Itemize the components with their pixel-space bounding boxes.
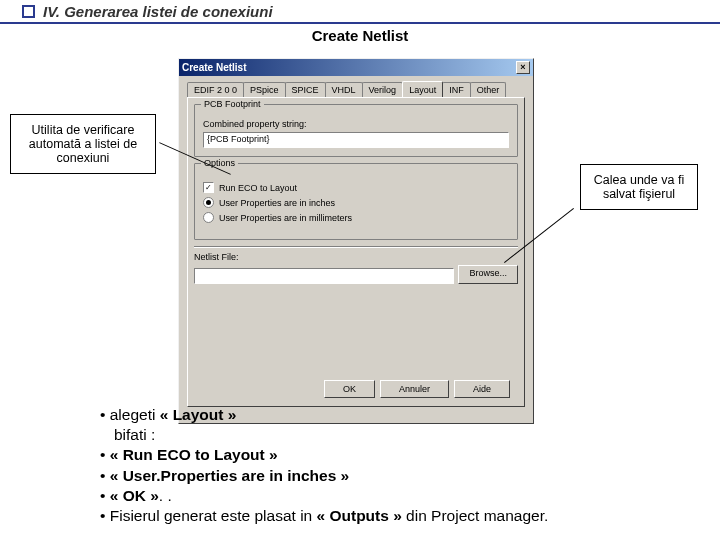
section-header: IV. Generarea listei de conexiuni [0,0,720,24]
tabbar: EDIF 2 0 0 PSpice SPICE VHDL Verilog Lay… [179,76,533,97]
tab-verilog[interactable]: Verilog [362,82,404,97]
group-pcb-footprint: PCB Footprint Combined property string: … [194,104,518,157]
group-options: Options ✓ Run ECO to Layout User Propert… [194,163,518,240]
instructions: • alegeti « Layout » bifati : • « Run EC… [100,405,548,526]
help-button[interactable]: Aide [454,380,510,398]
tab-layout[interactable]: Layout [402,81,443,97]
netlist-file-label: Netlist File: [194,252,518,262]
run-eco-label: Run ECO to Layout [219,183,297,193]
prop-string-label: Combined property string: [203,119,509,129]
subtitle: Create Netlist [0,24,720,45]
radio-icon [203,197,214,208]
tab-spice[interactable]: SPICE [285,82,326,97]
create-netlist-dialog: Create Netlist × EDIF 2 0 0 PSpice SPICE… [178,58,534,424]
ok-button[interactable]: OK [324,380,375,398]
check-run-eco[interactable]: ✓ Run ECO to Layout [203,182,509,193]
radio-inches[interactable]: User Properties are in inches [203,197,509,208]
group-legend: PCB Footprint [201,99,264,109]
tab-vhdl[interactable]: VHDL [325,82,363,97]
radio-mm[interactable]: User Properties are in millimeters [203,212,509,223]
browse-button[interactable]: Browse... [458,265,518,284]
divider [194,246,518,248]
page-title: IV. Generarea listei de conexiuni [43,3,273,20]
tab-content: PCB Footprint Combined property string: … [187,97,525,407]
close-icon[interactable]: × [516,61,530,74]
callout-right: Calea unde va fi salvat fişierul [580,164,698,210]
tab-edif[interactable]: EDIF 2 0 0 [187,82,244,97]
radio-inches-label: User Properties are in inches [219,198,335,208]
header-bullet [22,5,35,18]
cancel-button[interactable]: Annuler [380,380,449,398]
checkbox-icon: ✓ [203,182,214,193]
dialog-buttons: OK Annuler Aide [324,380,510,398]
callout-left: Utilita de verificare automată a listei … [10,114,156,174]
prop-string-field[interactable]: {PCB Footprint} [203,132,509,148]
dialog-title: Create Netlist [182,62,246,73]
radio-mm-label: User Properties are in millimeters [219,213,352,223]
tab-pspice[interactable]: PSpice [243,82,286,97]
radio-icon [203,212,214,223]
tab-other[interactable]: Other [470,82,507,97]
netlist-file-field[interactable] [194,268,454,284]
tab-inf[interactable]: INF [442,82,471,97]
titlebar[interactable]: Create Netlist × [179,59,533,76]
